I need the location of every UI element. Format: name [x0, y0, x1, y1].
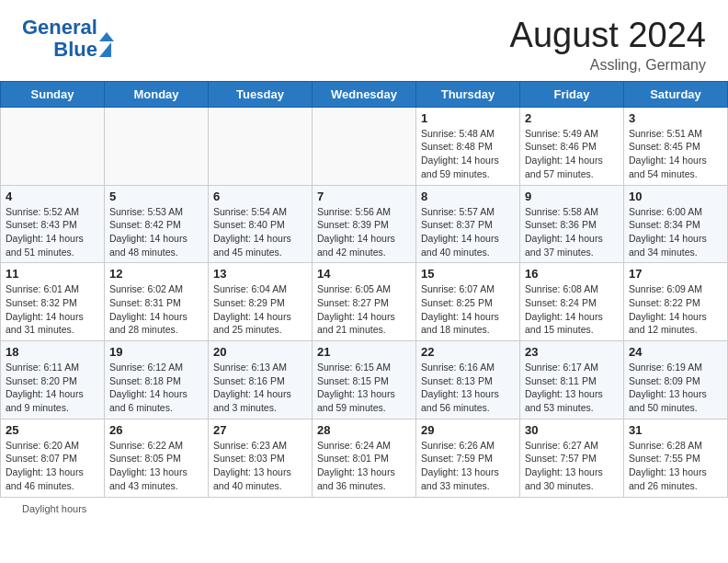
title-block: August 2024 Assling, Germany	[510, 17, 706, 74]
calendar-cell: 6Sunrise: 5:54 AM Sunset: 8:40 PM Daylig…	[209, 185, 313, 263]
day-number: 11	[6, 267, 99, 281]
day-number: 8	[421, 190, 515, 203]
day-number: 26	[109, 423, 203, 437]
day-number: 13	[213, 267, 307, 281]
day-info: Sunrise: 6:09 AM Sunset: 8:22 PM Dayligh…	[629, 282, 722, 337]
day-info: Sunrise: 6:12 AM Sunset: 8:18 PM Dayligh…	[109, 361, 203, 415]
calendar-cell: 13Sunrise: 6:04 AM Sunset: 8:29 PM Dayli…	[209, 263, 313, 341]
day-of-week-header: Tuesday	[209, 81, 313, 107]
day-number: 21	[317, 345, 411, 359]
day-info: Sunrise: 6:05 AM Sunset: 8:27 PM Dayligh…	[317, 282, 411, 337]
calendar-cell	[1, 107, 105, 185]
day-number: 27	[213, 423, 307, 437]
calendar-cell: 10Sunrise: 6:00 AM Sunset: 8:34 PM Dayli…	[624, 185, 728, 263]
calendar-cell: 11Sunrise: 6:01 AM Sunset: 8:32 PM Dayli…	[1, 263, 105, 341]
day-info: Sunrise: 5:49 AM Sunset: 8:46 PM Dayligh…	[525, 127, 619, 181]
calendar-cell: 5Sunrise: 5:53 AM Sunset: 8:42 PM Daylig…	[105, 185, 209, 263]
day-info: Sunrise: 6:17 AM Sunset: 8:11 PM Dayligh…	[525, 361, 619, 415]
day-info: Sunrise: 5:48 AM Sunset: 8:48 PM Dayligh…	[421, 127, 515, 181]
calendar-cell: 31Sunrise: 6:28 AM Sunset: 7:55 PM Dayli…	[624, 419, 728, 497]
day-info: Sunrise: 6:01 AM Sunset: 8:32 PM Dayligh…	[6, 282, 99, 337]
calendar-cell: 4Sunrise: 5:52 AM Sunset: 8:43 PM Daylig…	[1, 185, 105, 263]
day-number: 16	[525, 267, 619, 281]
day-number: 2	[525, 111, 619, 125]
calendar-cell: 16Sunrise: 6:08 AM Sunset: 8:24 PM Dayli…	[520, 263, 624, 341]
day-info: Sunrise: 6:16 AM Sunset: 8:13 PM Dayligh…	[421, 361, 515, 415]
day-info: Sunrise: 5:56 AM Sunset: 8:39 PM Dayligh…	[317, 205, 411, 259]
calendar-cell: 20Sunrise: 6:13 AM Sunset: 8:16 PM Dayli…	[209, 341, 313, 419]
calendar: SundayMondayTuesdayWednesdayThursdayFrid…	[0, 81, 728, 498]
calendar-cell: 9Sunrise: 5:58 AM Sunset: 8:36 PM Daylig…	[520, 185, 624, 263]
day-number: 23	[525, 345, 619, 359]
day-number: 5	[109, 190, 203, 203]
day-number: 9	[525, 190, 619, 203]
day-number: 15	[421, 267, 515, 281]
day-info: Sunrise: 5:54 AM Sunset: 8:40 PM Dayligh…	[213, 205, 307, 259]
daylight-label: Daylight hours	[22, 503, 86, 514]
day-number: 22	[421, 345, 515, 359]
day-number: 29	[421, 423, 515, 437]
day-number: 18	[6, 345, 99, 359]
day-number: 24	[629, 345, 722, 359]
day-number: 3	[629, 111, 722, 125]
day-info: Sunrise: 5:51 AM Sunset: 8:45 PM Dayligh…	[629, 127, 722, 181]
day-info: Sunrise: 6:07 AM Sunset: 8:25 PM Dayligh…	[421, 282, 515, 337]
calendar-cell: 30Sunrise: 6:27 AM Sunset: 7:57 PM Dayli…	[520, 419, 624, 497]
calendar-cell: 17Sunrise: 6:09 AM Sunset: 8:22 PM Dayli…	[624, 263, 728, 341]
day-info: Sunrise: 6:20 AM Sunset: 8:07 PM Dayligh…	[6, 439, 99, 493]
day-number: 20	[213, 345, 307, 359]
logo: General Blue	[22, 17, 114, 61]
calendar-cell: 14Sunrise: 6:05 AM Sunset: 8:27 PM Dayli…	[313, 263, 416, 341]
day-info: Sunrise: 6:13 AM Sunset: 8:16 PM Dayligh…	[213, 361, 307, 415]
calendar-cell: 19Sunrise: 6:12 AM Sunset: 8:18 PM Dayli…	[105, 341, 209, 419]
day-info: Sunrise: 6:22 AM Sunset: 8:05 PM Dayligh…	[109, 439, 203, 493]
calendar-cell: 12Sunrise: 6:02 AM Sunset: 8:31 PM Dayli…	[105, 263, 209, 341]
calendar-cell: 15Sunrise: 6:07 AM Sunset: 8:25 PM Dayli…	[416, 263, 520, 341]
day-info: Sunrise: 6:28 AM Sunset: 7:55 PM Dayligh…	[629, 439, 722, 493]
calendar-cell: 21Sunrise: 6:15 AM Sunset: 8:15 PM Dayli…	[313, 341, 416, 419]
footer: Daylight hours	[0, 498, 728, 520]
day-number: 19	[109, 345, 203, 359]
day-number: 1	[421, 111, 515, 125]
day-info: Sunrise: 6:00 AM Sunset: 8:34 PM Dayligh…	[629, 205, 722, 259]
day-info: Sunrise: 5:58 AM Sunset: 8:36 PM Dayligh…	[525, 205, 619, 259]
calendar-cell	[313, 107, 416, 185]
calendar-cell	[105, 107, 209, 185]
day-number: 12	[109, 267, 203, 281]
day-info: Sunrise: 6:08 AM Sunset: 8:24 PM Dayligh…	[525, 282, 619, 337]
calendar-cell: 18Sunrise: 6:11 AM Sunset: 8:20 PM Dayli…	[1, 341, 105, 419]
day-info: Sunrise: 5:52 AM Sunset: 8:43 PM Dayligh…	[6, 205, 99, 259]
day-of-week-header: Thursday	[416, 81, 520, 107]
day-number: 6	[213, 190, 307, 203]
day-info: Sunrise: 5:53 AM Sunset: 8:42 PM Dayligh…	[109, 205, 203, 259]
day-number: 31	[629, 423, 722, 437]
day-info: Sunrise: 6:11 AM Sunset: 8:20 PM Dayligh…	[6, 361, 99, 415]
day-info: Sunrise: 6:26 AM Sunset: 7:59 PM Dayligh…	[421, 439, 515, 493]
day-number: 4	[6, 190, 99, 203]
day-number: 28	[317, 423, 411, 437]
day-of-week-header: Monday	[105, 81, 209, 107]
calendar-cell: 26Sunrise: 6:22 AM Sunset: 8:05 PM Dayli…	[105, 419, 209, 497]
calendar-cell: 2Sunrise: 5:49 AM Sunset: 8:46 PM Daylig…	[520, 107, 624, 185]
day-of-week-header: Sunday	[1, 81, 105, 107]
day-number: 30	[525, 423, 619, 437]
day-info: Sunrise: 6:24 AM Sunset: 8:01 PM Dayligh…	[317, 439, 411, 493]
logo-general: General	[22, 17, 97, 39]
day-info: Sunrise: 6:04 AM Sunset: 8:29 PM Dayligh…	[213, 282, 307, 337]
day-of-week-header: Saturday	[624, 81, 728, 107]
day-number: 10	[629, 190, 722, 203]
calendar-cell: 27Sunrise: 6:23 AM Sunset: 8:03 PM Dayli…	[209, 419, 313, 497]
location: Assling, Germany	[510, 57, 706, 74]
day-info: Sunrise: 5:57 AM Sunset: 8:37 PM Dayligh…	[421, 205, 515, 259]
day-number: 17	[629, 267, 722, 281]
calendar-cell: 3Sunrise: 5:51 AM Sunset: 8:45 PM Daylig…	[624, 107, 728, 185]
day-info: Sunrise: 6:15 AM Sunset: 8:15 PM Dayligh…	[317, 361, 411, 415]
calendar-cell: 7Sunrise: 5:56 AM Sunset: 8:39 PM Daylig…	[313, 185, 416, 263]
calendar-cell: 25Sunrise: 6:20 AM Sunset: 8:07 PM Dayli…	[1, 419, 105, 497]
calendar-cell: 28Sunrise: 6:24 AM Sunset: 8:01 PM Dayli…	[313, 419, 416, 497]
calendar-cell: 22Sunrise: 6:16 AM Sunset: 8:13 PM Dayli…	[416, 341, 520, 419]
day-info: Sunrise: 6:19 AM Sunset: 8:09 PM Dayligh…	[629, 361, 722, 415]
calendar-cell	[209, 107, 313, 185]
day-of-week-header: Friday	[520, 81, 624, 107]
calendar-cell: 29Sunrise: 6:26 AM Sunset: 7:59 PM Dayli…	[416, 419, 520, 497]
